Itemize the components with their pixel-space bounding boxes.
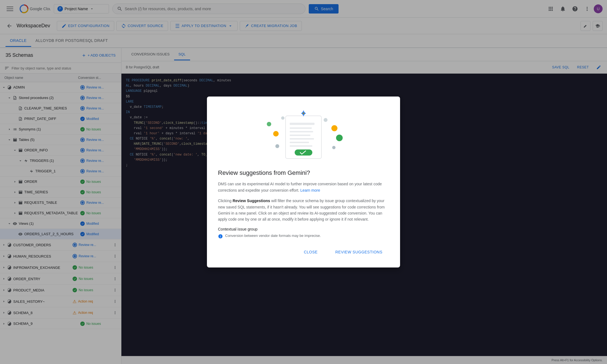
dialog: Review suggestions from Gemini? DMS can … (207, 97, 400, 267)
svg-point-29 (332, 146, 336, 149)
svg-point-27 (336, 135, 343, 141)
svg-point-31 (281, 116, 284, 120)
issue-text: Conversion between vendor date formats m… (225, 234, 321, 238)
dialog-body-2: Clicking Review Suggestions will filter … (218, 198, 389, 223)
dialog-body-1: DMS can use its experimental AI model to… (218, 181, 389, 193)
svg-rect-16 (290, 127, 312, 129)
svg-rect-17 (290, 131, 313, 132)
dialog-title: Review suggestions from Gemini? (218, 169, 389, 176)
close-button[interactable]: CLOSE (297, 248, 324, 256)
svg-point-26 (331, 125, 337, 131)
issue-info-icon (218, 234, 223, 239)
dialog-body-text: DMS can use its experimental AI model to… (218, 182, 382, 192)
svg-rect-20 (290, 142, 309, 143)
svg-rect-15 (290, 123, 315, 125)
svg-rect-21 (290, 145, 312, 147)
svg-point-23 (302, 112, 305, 114)
review-suggestions-button[interactable]: REVIEW SUGGESTIONS (329, 248, 389, 256)
svg-rect-19 (290, 138, 314, 140)
svg-point-25 (267, 122, 271, 126)
section-title: Contextual issue group (218, 227, 389, 231)
dialog-overlay: Review suggestions from Gemini? DMS can … (0, 0, 607, 364)
svg-point-28 (275, 144, 279, 148)
clicking-text: Clicking (218, 199, 231, 203)
dialog-actions: CLOSE REVIEW SUGGESTIONS (218, 248, 389, 256)
svg-rect-18 (290, 135, 310, 136)
learn-more-link[interactable]: Learn more (300, 188, 320, 192)
review-suggestions-bold: Review Suggestions (233, 199, 270, 203)
illustration-svg (254, 108, 353, 163)
svg-point-30 (324, 118, 328, 122)
dialog-illustration (218, 108, 389, 163)
dialog-issue: Conversion between vendor date formats m… (218, 234, 389, 239)
svg-point-24 (273, 131, 279, 136)
